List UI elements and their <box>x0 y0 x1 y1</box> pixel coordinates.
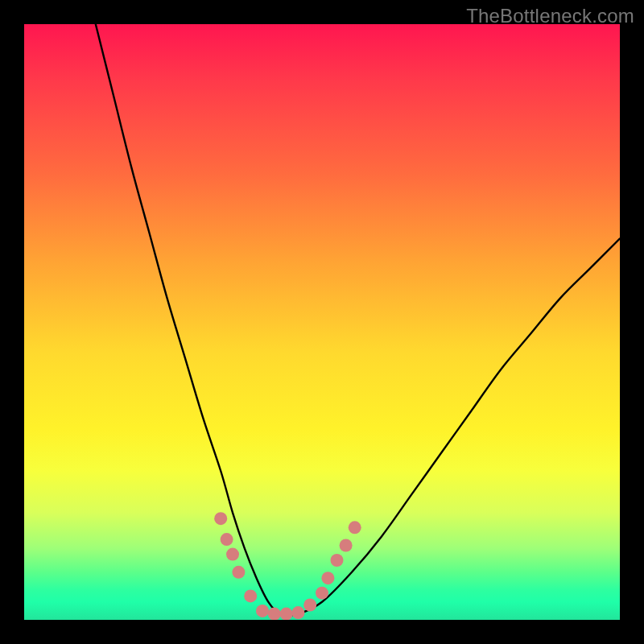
curve-marker <box>291 606 304 619</box>
curve-marker <box>256 605 269 617</box>
curve-marker <box>321 572 334 584</box>
chart-svg <box>24 24 620 620</box>
curve-marker <box>303 599 316 612</box>
curve-markers <box>214 512 361 620</box>
curve-marker <box>340 539 353 552</box>
curve-marker <box>226 548 239 561</box>
curve-marker <box>268 608 281 620</box>
curve-marker <box>349 521 361 534</box>
plot-area <box>24 24 620 620</box>
curve-marker <box>232 566 245 579</box>
curve-marker <box>221 533 233 546</box>
curve-marker <box>331 554 344 567</box>
curve-marker <box>316 587 328 600</box>
chart-frame: TheBottleneck.com <box>0 0 644 644</box>
curve-marker <box>280 608 293 620</box>
curve-marker <box>244 589 257 602</box>
curve-marker <box>214 512 227 525</box>
